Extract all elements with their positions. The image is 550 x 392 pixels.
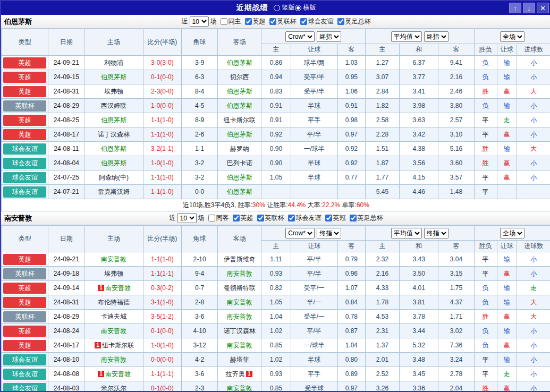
avg-stage-select[interactable]: 终指 (424, 228, 449, 238)
league-filter[interactable]: 英超 (243, 17, 266, 26)
games-count-select[interactable]: 10 (190, 16, 209, 27)
league-type-cell: 球会友谊 (2, 171, 48, 185)
odds-handicap-cell: 半/一 (291, 295, 337, 310)
avg-away-cell: 4.37 (438, 295, 474, 310)
match-row: 英超24-08-17诺丁汉森林1-1(1-0)2-6伯恩茅斯0.92平/半0.9… (2, 127, 550, 142)
league-checkbox[interactable] (325, 215, 332, 221)
odds-away-cell: 0.92 (337, 142, 365, 156)
league-filter[interactable]: 英超 (231, 214, 253, 223)
corner-cell: 4-10 (181, 324, 217, 338)
league-checkbox[interactable] (337, 18, 344, 25)
close-button[interactable]: ✕ (537, 3, 549, 13)
score-cell: 1-0(0-0) (143, 99, 181, 113)
date-cell: 24-08-31 (48, 295, 84, 310)
home-team-name: 纽卡斯尔联 (102, 342, 134, 349)
fulltime-select[interactable]: 全场 (500, 31, 524, 42)
same-venue-filter[interactable]: 同客 (206, 214, 229, 223)
league-type-cell: 英超 (2, 324, 48, 338)
result-wl-cell: 负 (474, 338, 497, 353)
date-cell: 24-08-29 (48, 310, 84, 324)
avg-home-cell: 1.51 (365, 142, 399, 156)
away-team-cell: 伯恩茅斯 (218, 99, 261, 113)
odds-handicap-cell: 受半/一 (291, 310, 337, 324)
average-select[interactable]: 平均值 (391, 31, 422, 42)
league-filter[interactable]: 英足总杯 (348, 214, 383, 223)
league-type-cell: 英联杯 (2, 99, 48, 113)
league-filter[interactable]: 英冠 (323, 214, 346, 223)
odds-home-cell: 1.11 (261, 252, 291, 267)
sections-container: 伯恩茅斯近10场同主英超英联杯球会友谊英足总杯类型日期主场比分(半场)角球客场C… (1, 15, 550, 392)
match-row: 英超24-08-171纽卡斯尔联1-0(1-0)3-12南安普敦0.85一/球半… (2, 338, 550, 353)
score-cell: 0-1(0-0) (143, 70, 181, 84)
home-team-name: 伯恩茅斯 (101, 73, 126, 81)
avg-away-cell: 3.80 (438, 99, 474, 113)
score-cell: 1-1(1-0) (143, 113, 181, 127)
layout-radio-horizontal[interactable]: 横版 (295, 3, 316, 12)
league-type-badge: 英超 (3, 129, 46, 140)
bookmaker-select[interactable]: Crow* (285, 228, 315, 238)
league-checkbox[interactable] (288, 215, 295, 221)
move-down-button[interactable]: ↓ (523, 3, 535, 13)
away-team-name: 诺丁汉森林 (224, 327, 256, 335)
avg-away-cell: 1.48 (438, 185, 474, 199)
league-filter[interactable]: 英足总杯 (335, 17, 371, 26)
red-card-badge: 1 (98, 285, 104, 291)
avg-home-cell: 1.78 (365, 295, 399, 310)
away-team-name: 伯恩茅斯 (227, 88, 252, 95)
avg-draw-cell: 4.38 (400, 142, 438, 156)
avg-stage-select[interactable]: 终指 (424, 31, 449, 42)
match-row: 球会友谊24-08-04伯恩茅斯1-0(1-0)3-2巴列卡诺0.90半球0.9… (2, 156, 550, 171)
odds-away-cell: 1.03 (337, 56, 365, 70)
result-wl-header: 胜负 (474, 44, 497, 56)
away-team-cell: 伊普斯维奇 (218, 252, 261, 267)
same-venue-checkbox[interactable] (221, 18, 227, 25)
match-row: 球会友谊24-08-03米尔沃尔0-1(0-0)2-3南安普敦0.85受半球0.… (2, 381, 550, 392)
league-checkbox[interactable] (233, 215, 240, 221)
avg-draw-cell: 3.78 (400, 310, 438, 324)
league-checkbox[interactable] (245, 18, 252, 25)
same-venue-checkbox[interactable] (208, 215, 215, 221)
league-filter[interactable]: 球会友谊 (298, 17, 334, 26)
league-filter[interactable]: 球会友谊 (286, 214, 321, 223)
date-cell: 24-08-11 (48, 142, 84, 156)
avg-away-cell: 2.04 (438, 381, 474, 392)
red-card-badge: 1 (98, 371, 104, 377)
league-checkbox[interactable] (300, 18, 307, 25)
avg-draw-cell: 3.81 (400, 295, 438, 310)
radio-circle-icon (295, 5, 301, 11)
league-filter[interactable]: 英联杯 (255, 214, 284, 223)
league-checkbox[interactable] (269, 18, 276, 25)
same-venue-filter[interactable]: 同主 (218, 17, 241, 26)
league-type-cell: 球会友谊 (2, 185, 48, 199)
result-handicap-cell: 输 (497, 281, 517, 295)
league-filter[interactable]: 英联杯 (267, 17, 297, 26)
move-up-button[interactable]: ↑ (509, 3, 521, 13)
close-icon: ✕ (540, 4, 546, 12)
bookmaker-select[interactable]: Crow* (285, 31, 315, 42)
layout-radio-vertical[interactable]: 竖版 (274, 3, 295, 12)
league-checkbox[interactable] (257, 215, 264, 221)
home-team-name: 埃弗顿 (104, 88, 123, 95)
league-type-cell: 英超 (2, 113, 48, 127)
home-team-name: 诺丁汉森林 (98, 131, 130, 138)
home-team-cell: 埃弗顿 (84, 267, 143, 281)
league-type-badge: 球会友谊 (3, 354, 46, 365)
avg-draw-cell: 3.43 (400, 252, 438, 267)
league-type-cell: 英超 (2, 70, 48, 84)
league-checkbox[interactable] (350, 215, 357, 221)
home-team-cell: 阿森纳(中) (84, 171, 143, 185)
team-name: 伯恩茅斯 (4, 17, 32, 27)
games-count-select[interactable]: 10 (177, 213, 197, 223)
odds-stage-select[interactable]: 终指 (317, 31, 341, 42)
fulltime-select[interactable]: 全场 (500, 228, 524, 238)
date-cell: 24-08-17 (48, 127, 84, 142)
date-cell: 24-07-25 (48, 171, 84, 185)
odds-home-cell: 1.04 (261, 310, 291, 324)
average-select[interactable]: 平均值 (391, 228, 422, 238)
avg-draw-header: 和 (400, 44, 438, 56)
league-filter-label: 英超 (253, 17, 266, 26)
odds-stage-select[interactable]: 终指 (317, 228, 341, 238)
home-team-cell: 卡迪夫城 (84, 310, 143, 324)
result-wl-cell: 胜 (474, 310, 497, 324)
odds-handicap-cell: 一/球半 (291, 142, 337, 156)
